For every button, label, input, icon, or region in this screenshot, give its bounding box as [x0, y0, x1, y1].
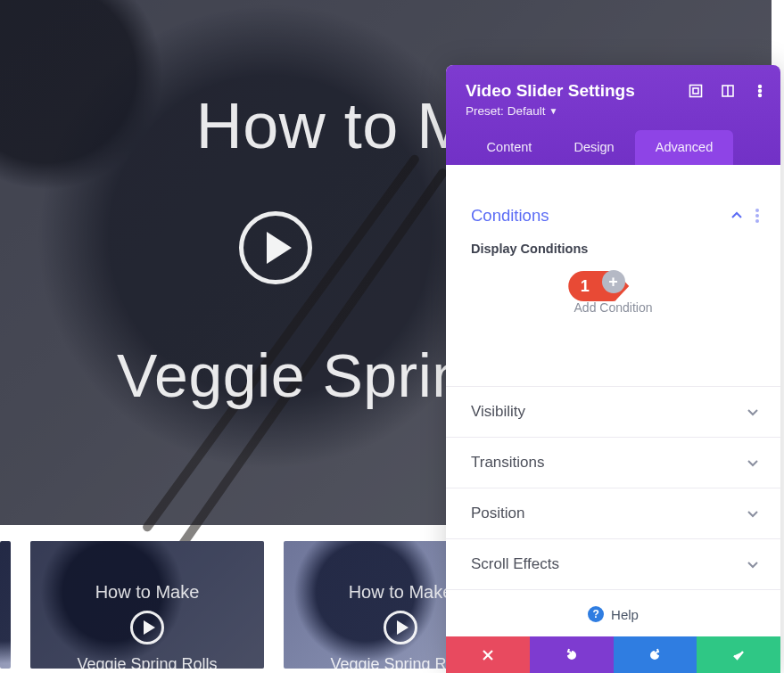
play-button[interactable] [239, 211, 312, 284]
section-title: Conditions [471, 206, 549, 226]
scroll-fade [446, 165, 780, 190]
tab-bar: Content Design Advanced [466, 130, 761, 165]
section-title: Visibility [471, 403, 525, 421]
section-scroll-effects: Scroll Effects [446, 539, 780, 590]
panel-footer [446, 636, 780, 673]
add-condition-button[interactable]: + [602, 270, 625, 293]
columns-icon[interactable] [720, 83, 736, 99]
section-transitions: Transitions [446, 438, 780, 488]
tab-content[interactable]: Content [466, 130, 553, 165]
svg-point-4 [759, 86, 762, 88]
preset-label: Preset: [466, 104, 504, 118]
chevron-down-icon[interactable] [747, 558, 759, 570]
section-title: Scroll Effects [471, 555, 559, 573]
section-visibility: Visibility [446, 386, 780, 438]
help-icon: ? [588, 606, 604, 622]
help-link[interactable]: ? Help [446, 590, 780, 636]
chevron-up-icon[interactable] [730, 209, 743, 222]
section-header-transitions[interactable]: Transitions [446, 438, 780, 488]
preset-value: Default [508, 104, 546, 118]
field-label-display-conditions: Display Conditions [471, 242, 755, 256]
close-button[interactable] [446, 636, 530, 673]
section-header-scroll-effects[interactable]: Scroll Effects [446, 539, 780, 589]
panel-body[interactable]: Conditions Display Conditions 1 + Add Co… [446, 165, 780, 636]
svg-point-5 [759, 90, 762, 93]
fullscreen-icon[interactable] [688, 83, 704, 99]
kebab-menu-icon[interactable] [755, 209, 759, 223]
section-header-visibility[interactable]: Visibility [446, 387, 780, 437]
svg-point-6 [759, 94, 762, 97]
redo-button[interactable] [614, 636, 697, 673]
save-button[interactable] [697, 636, 780, 673]
tab-advanced[interactable]: Advanced [635, 130, 733, 165]
tab-design[interactable]: Design [553, 130, 635, 165]
section-position: Position [446, 488, 780, 539]
undo-button[interactable] [530, 636, 614, 673]
chevron-down-icon[interactable] [747, 507, 759, 520]
thumb-partial[interactable] [0, 541, 11, 669]
section-title: Transitions [471, 454, 545, 472]
section-header-conditions[interactable]: Conditions [446, 190, 780, 242]
thumb-item[interactable]: How to Make Veggie Spring Rolls [30, 541, 264, 669]
section-conditions: Conditions Display Conditions 1 + Add Co… [446, 190, 780, 350]
svg-rect-0 [690, 86, 702, 97]
add-condition-area: 1 + Add Condition [471, 270, 755, 315]
thumb-title: How to Make [30, 582, 264, 603]
section-body-conditions: Display Conditions 1 + Add Condition [446, 242, 780, 350]
thumb-subtitle: Veggie Spring Rolls [30, 655, 264, 669]
caret-down-icon: ▼ [549, 106, 558, 116]
section-title: Position [471, 505, 524, 522]
play-icon[interactable] [384, 611, 417, 644]
chevron-down-icon[interactable] [747, 406, 759, 418]
annotation-number: 1 [581, 277, 590, 296]
settings-panel: Video Slider Settings Preset: Default ▼ … [446, 65, 780, 673]
preset-selector[interactable]: Preset: Default ▼ [466, 104, 761, 118]
header-icon-group [688, 83, 768, 99]
svg-rect-1 [693, 88, 698, 94]
help-label: Help [611, 607, 639, 622]
section-header-position[interactable]: Position [446, 488, 780, 538]
chevron-down-icon[interactable] [747, 456, 759, 469]
play-icon[interactable] [130, 611, 164, 644]
kebab-menu-icon[interactable] [752, 83, 768, 99]
add-condition-label: Add Condition [574, 300, 653, 315]
spacer [446, 350, 780, 386]
panel-header: Video Slider Settings Preset: Default ▼ … [446, 65, 780, 165]
